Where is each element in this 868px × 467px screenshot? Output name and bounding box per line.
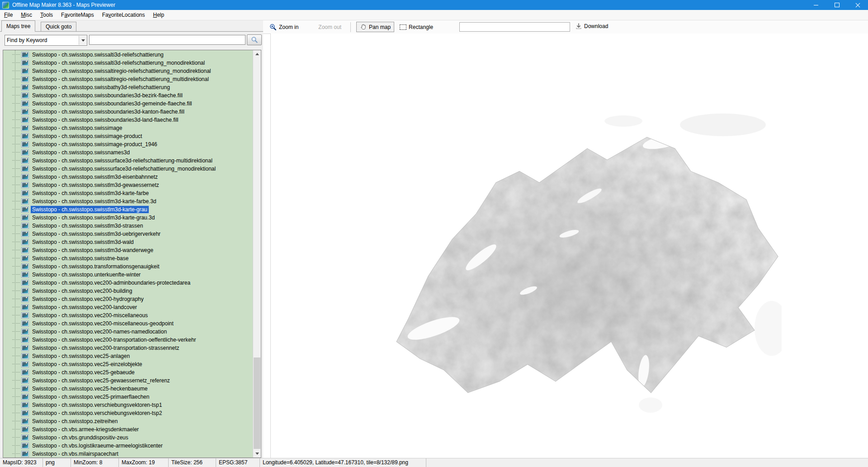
tree-item[interactable]: Swisstopo - ch.swisstopo.vec200-hydrogra… bbox=[3, 295, 253, 303]
tree-item[interactable]: Swisstopo - ch.swisstopo.swissimage-prod… bbox=[3, 140, 253, 148]
tree-item-label[interactable]: Swisstopo - ch.swisstopo.swissboundaries… bbox=[31, 116, 179, 124]
tree-item[interactable]: Swisstopo - ch.swisstopo.vec25-einzelobj… bbox=[3, 360, 253, 368]
zoom-in-button[interactable]: Zoom in bbox=[266, 22, 302, 33]
tree-item-label[interactable]: Swisstopo - ch.swisstopo.vec200-landcove… bbox=[31, 304, 138, 311]
tree-item[interactable]: Swisstopo - ch.swisstopo.vec25-heckenbae… bbox=[3, 385, 253, 393]
tree-scrollbar[interactable] bbox=[253, 50, 261, 457]
tree-item-label[interactable]: Swisstopo - ch.swisstopo.swisstne-base bbox=[31, 255, 130, 262]
scroll-up-button[interactable] bbox=[253, 50, 261, 58]
map-view[interactable] bbox=[270, 33, 868, 458]
tree-item[interactable]: Swisstopo - ch.swisstopo.vec200-miscella… bbox=[3, 311, 253, 319]
tree-item[interactable]: Swisstopo - ch.swisstopo.vec200-building bbox=[3, 287, 253, 295]
tree-item-label[interactable]: Swisstopo - ch.swisstopo.swisstlm3d-uebr… bbox=[31, 230, 162, 238]
tree-item[interactable]: Swisstopo - ch.swisstopo.swisstlm3d-wand… bbox=[3, 246, 253, 254]
tree-item[interactable]: Swisstopo - ch.swisstopo.swisstlm3d-kart… bbox=[3, 197, 253, 205]
tree-item-label[interactable]: Swisstopo - ch.swisstopo.swissalti3d-rel… bbox=[31, 51, 165, 58]
tree-item[interactable]: Swisstopo - ch.swisstopo.swisstlm3d-gewa… bbox=[3, 181, 253, 189]
tree-item[interactable]: Swisstopo - ch.swisstopo.swissboundaries… bbox=[3, 108, 253, 116]
tree-item[interactable]: Swisstopo - ch.swisstopo.swissimage bbox=[3, 124, 253, 132]
tree-item[interactable]: Swisstopo - ch.swisstopo.vec200-transpor… bbox=[3, 344, 253, 352]
tree-item-label[interactable]: Swisstopo - ch.swisstopo.swisstlm3d-wand… bbox=[31, 247, 155, 254]
tree-item[interactable]: Swisstopo - ch.swisstopo.swisstne-base bbox=[3, 254, 253, 262]
tree-item[interactable]: Swisstopo - ch.swisstopo.swisstlm3d-wald bbox=[3, 238, 253, 246]
tree-item-label[interactable]: Swisstopo - ch.swisstopo.swissboundaries… bbox=[31, 100, 193, 107]
tree-item[interactable]: Swisstopo - ch.swisstopo.swissboundaries… bbox=[3, 100, 253, 108]
menu-item-help[interactable]: Help bbox=[149, 10, 169, 20]
tree-item[interactable]: Swisstopo - ch.swisstopo.zeitreihen bbox=[3, 417, 253, 425]
maximize-button[interactable] bbox=[826, 0, 847, 10]
pan-map-button[interactable]: Pan map bbox=[356, 22, 394, 32]
find-mode-combo[interactable]: Find by Keyword bbox=[5, 35, 87, 46]
rectangle-button[interactable]: Rectangle bbox=[396, 22, 437, 32]
close-button[interactable] bbox=[847, 0, 868, 10]
tree-item-label[interactable]: Swisstopo - ch.swisstopo.vec200-transpor… bbox=[31, 336, 198, 343]
tree-item-label[interactable]: Swisstopo - ch.swisstopo.vec25-gebaeude bbox=[31, 369, 136, 376]
tree-item[interactable]: Swisstopo - ch.swisstopo.swissalti3d-rel… bbox=[3, 51, 253, 59]
tree-item-label[interactable]: Swisstopo - ch.swisstopo.transformations… bbox=[31, 263, 160, 270]
tree-item[interactable]: Swisstopo - ch.swisstopo.vec25-anlagen bbox=[3, 352, 253, 360]
tree-item[interactable]: Swisstopo - ch.swisstopo.swisstlm3d-kart… bbox=[3, 205, 253, 214]
tree-item[interactable]: Swisstopo - ch.swisstopo.vec200-transpor… bbox=[3, 336, 253, 344]
tree-item[interactable]: Swisstopo - ch.swisstopo.swissimage-prod… bbox=[3, 132, 253, 140]
tree-item-label[interactable]: Swisstopo - ch.swisstopo.swisstlm3d-kart… bbox=[31, 214, 156, 221]
tree-item-label[interactable]: Swisstopo - ch.swisstopo.swisssurface3d-… bbox=[31, 165, 217, 172]
search-input[interactable] bbox=[89, 35, 245, 45]
tree-item[interactable]: Swisstopo - ch.swisstopo.swisssurface3d-… bbox=[3, 165, 253, 173]
search-button[interactable] bbox=[247, 34, 262, 45]
tree-item-label[interactable]: Swisstopo - ch.swisstopo.swisstlm3d-eise… bbox=[31, 173, 159, 181]
tree-item[interactable]: Swisstopo - ch.swisstopo.verschiebungsve… bbox=[3, 401, 253, 409]
tab-maps-tree[interactable]: Maps tree bbox=[1, 20, 35, 32]
tree-item-label[interactable]: Swisstopo - ch.swisstopo.swisstlm3d-wald bbox=[31, 238, 135, 246]
tree-item-label[interactable]: Swisstopo - ch.swisstopo.vec200-miscella… bbox=[31, 320, 175, 327]
tab-quick-goto[interactable]: Quick goto bbox=[41, 22, 76, 31]
tree-item[interactable]: Swisstopo - ch.swisstopo.swissaltiregio-… bbox=[3, 67, 253, 75]
tree-item[interactable]: Swisstopo - ch.swisstopo.swissboundaries… bbox=[3, 91, 253, 100]
tree-item[interactable]: Swisstopo - ch.swisstopo.swissnames3d bbox=[3, 148, 253, 157]
menu-item-favoritemaps[interactable]: FavoriteMaps bbox=[57, 10, 98, 20]
tree-item-label[interactable]: Swisstopo - ch.swisstopo.vec200-miscella… bbox=[31, 312, 149, 319]
tree-item[interactable]: Swisstopo - ch.swisstopo.vec25-gewaesser… bbox=[3, 376, 253, 385]
tree-item-label[interactable]: Swisstopo - ch.vbs.grunddispositiv-zeus bbox=[31, 434, 130, 441]
tree-item-label[interactable]: Swisstopo - ch.swisstopo.vec25-anlagen bbox=[31, 353, 131, 360]
tree-item-label[interactable]: Swisstopo - ch.swisstopo.swisstlm3d-stra… bbox=[31, 222, 144, 229]
tree-item-label[interactable]: Swisstopo - ch.swisstopo.swissalti3d-rel… bbox=[31, 59, 206, 67]
tree-item[interactable]: Swisstopo - ch.vbs.grunddispositiv-zeus bbox=[3, 434, 253, 442]
tree-item-label[interactable]: Swisstopo - ch.swisstopo.vec200-adminbou… bbox=[31, 279, 192, 286]
tree-item-label[interactable]: Swisstopo - ch.swisstopo.swissaltiregio-… bbox=[31, 76, 210, 83]
tree-item[interactable]: Swisstopo - ch.vbs.armee-kriegsdenkmaele… bbox=[3, 425, 253, 434]
tree-item[interactable]: Swisstopo - ch.swisstopo.vec200-landcove… bbox=[3, 303, 253, 311]
menu-item-file[interactable]: File bbox=[0, 10, 17, 20]
tree-item[interactable]: Swisstopo - ch.vbs.logistikraeume-armeel… bbox=[3, 442, 253, 450]
tree-item-label[interactable]: Swisstopo - ch.swisstopo.vec25-einzelobj… bbox=[31, 361, 143, 368]
tree-item-label[interactable]: Swisstopo - ch.swisstopo.vec25-heckenbae… bbox=[31, 385, 149, 392]
tree-item[interactable]: Swisstopo - ch.vbs.milairspacechart bbox=[3, 450, 253, 458]
tree-item[interactable]: Swisstopo - ch.swisstopo.transformations… bbox=[3, 262, 253, 271]
tree-item-label[interactable]: Swisstopo - ch.swisstopo.vec200-transpor… bbox=[31, 344, 180, 352]
tree-item-label[interactable]: Swisstopo - ch.swisstopo.swissboundaries… bbox=[31, 108, 186, 115]
tree-item-label[interactable]: Swisstopo - ch.swisstopo.vec200-building bbox=[31, 287, 133, 295]
toolbar-input[interactable] bbox=[459, 22, 570, 32]
tree-item-label[interactable]: Swisstopo - ch.swisstopo.swisstlm3d-kart… bbox=[31, 190, 150, 197]
tree-item[interactable]: Swisstopo - ch.swisstopo.swisssurface3d-… bbox=[3, 157, 253, 165]
tree-item-label[interactable]: Swisstopo - ch.swisstopo.vec25-primaerfl… bbox=[31, 393, 151, 400]
tree-item-label[interactable]: Swisstopo - ch.swisstopo.swisstlm3d-kart… bbox=[31, 206, 149, 213]
combo-dropdown-button[interactable] bbox=[79, 36, 87, 45]
download-button[interactable]: Download bbox=[572, 21, 611, 31]
tree-item[interactable]: Swisstopo - ch.swisstopo.swissalti3d-rel… bbox=[3, 59, 253, 67]
tree-item[interactable]: Swisstopo - ch.swisstopo.unterkuenfte-wi… bbox=[3, 271, 253, 279]
tree-item[interactable]: Swisstopo - ch.swisstopo.vec200-adminbou… bbox=[3, 279, 253, 287]
tree-item-label[interactable]: Swisstopo - ch.swisstopo.vec200-hydrogra… bbox=[31, 295, 145, 303]
tree-item-label[interactable]: Swisstopo - ch.swisstopo.swissaltiregio-… bbox=[31, 67, 212, 75]
tree-item[interactable]: Swisstopo - ch.swisstopo.swissbathy3d-re… bbox=[3, 83, 253, 91]
tree-item[interactable]: Swisstopo - ch.swisstopo.swisstlm3d-stra… bbox=[3, 222, 253, 230]
tree-item[interactable]: Swisstopo - ch.swisstopo.verschiebungsve… bbox=[3, 409, 253, 417]
tree-item-label[interactable]: Swisstopo - ch.swisstopo.swissimage-prod… bbox=[31, 141, 159, 148]
tree-item[interactable]: Swisstopo - ch.swisstopo.swisstlm3d-eise… bbox=[3, 173, 253, 181]
tree-item-label[interactable]: Swisstopo - ch.vbs.milairspacechart bbox=[31, 450, 120, 457]
tree-item[interactable]: Swisstopo - ch.swisstopo.vec200-names-na… bbox=[3, 328, 253, 336]
tree-item[interactable]: Swisstopo - ch.swisstopo.swisstlm3d-kart… bbox=[3, 189, 253, 197]
menu-item-misc[interactable]: Misc bbox=[17, 10, 36, 20]
tree-item-label[interactable]: Swisstopo - ch.swisstopo.swissboundaries… bbox=[31, 92, 184, 99]
menu-item-favoritelocations[interactable]: FavoriteLocations bbox=[98, 10, 149, 20]
scroll-down-button[interactable] bbox=[253, 450, 261, 457]
